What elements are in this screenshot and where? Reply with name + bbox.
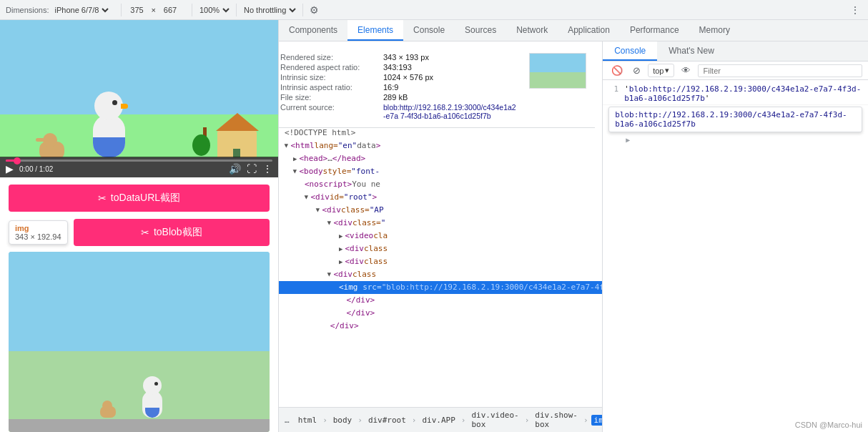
tree-div-root[interactable]: ▶ <div id="root" > — [279, 191, 602, 204]
capture-dataurl-button[interactable]: ✂ toDataURL截图 — [9, 185, 270, 212]
tree-noscript[interactable]: <noscript> You ne — [279, 178, 602, 191]
tab-memory[interactable]: Memory — [689, 20, 740, 41]
tree-video[interactable]: ▶ <video cla — [279, 230, 602, 242]
tab-elements[interactable]: Elements — [347, 20, 403, 41]
sep3 — [236, 4, 237, 16]
popup-label-fs: File size: — [280, 93, 380, 102]
tab-performance[interactable]: Performance — [620, 20, 689, 41]
expand-line: ▶ — [603, 134, 868, 146]
video-container: ▶ 0:00 / 1:02 🔊 ⛶ ⋮ — [0, 20, 278, 177]
head-arrow: ▶ — [293, 152, 297, 165]
capture-blob-button[interactable]: ✂ toBlob截图 — [74, 219, 270, 246]
inner-arrow: ▶ — [323, 221, 336, 225]
play-button[interactable]: ▶ — [6, 163, 14, 175]
tree-body[interactable]: ▶ <body style="font- — [279, 165, 602, 178]
watermark: CSDN @Marco-hui — [795, 421, 862, 429]
block-button[interactable]: ⊘ — [630, 64, 643, 77]
expand-arrow[interactable]: ▶ — [626, 136, 630, 144]
tab-whats-new[interactable]: What's New — [657, 41, 726, 61]
tab-components[interactable]: Components — [279, 20, 347, 41]
height-input[interactable] — [159, 6, 182, 14]
tree-doctype[interactable]: <!DOCTYPE html> — [279, 127, 602, 139]
fullscreen-button[interactable]: ⛶ — [247, 163, 257, 175]
console-output: 1 'blob:http://192.168.2.19:3000/c434e1a… — [603, 80, 868, 259]
tree-div-inner[interactable]: ▶ <div class=" — [279, 217, 602, 230]
console-tabs: Console What's New — [603, 41, 868, 62]
progress-dot — [14, 157, 21, 165]
breadcrumb-html[interactable]: html — [295, 415, 320, 426]
tab-application[interactable]: Application — [558, 20, 620, 41]
scissors-icon-1: ✂ — [98, 192, 107, 204]
breadcrumb-root[interactable]: div#root — [365, 415, 409, 426]
progress-bar[interactable] — [6, 159, 272, 162]
popup-value-rar: 343:193 — [383, 63, 412, 72]
scene-tree — [199, 127, 210, 156]
popup-label-rar: Rendered aspect ratio: — [280, 63, 380, 72]
tree-div-2[interactable]: ▶ <div class — [279, 255, 602, 268]
capture-blob-label: toBlob截图 — [154, 226, 202, 239]
tree-div-app[interactable]: ▶ <div class="AP — [279, 204, 602, 217]
eye-button[interactable]: 👁 — [679, 64, 694, 77]
volume-button[interactable]: 🔊 — [229, 163, 241, 175]
popup-label-rs: Rendered size: — [280, 53, 380, 62]
tree-div-1[interactable]: ▶ <div class — [279, 242, 602, 255]
device-select[interactable]: iPhone 6/7/8 — [52, 5, 111, 15]
tree-close-div1[interactable]: </div> — [279, 294, 602, 307]
doctype-text: <!DOCTYPE html> — [285, 127, 355, 139]
tab-console-sub[interactable]: Console — [603, 41, 657, 61]
breadcrumb-img[interactable]: img — [591, 415, 603, 426]
clear-console-button[interactable]: 🚫 — [608, 64, 626, 77]
breadcrumb-app[interactable]: div.APP — [419, 415, 458, 426]
popup-value-fs: 289 kB — [383, 93, 408, 102]
tab-network[interactable]: Network — [506, 20, 558, 41]
img-tag: img — [15, 224, 61, 232]
html-attrs: lang= — [315, 139, 338, 152]
img-element-text: <img src="blob:http://192.168.2.19:3000/… — [339, 281, 602, 294]
device-section: Dimensions: iPhone 6/7/8 — [6, 5, 111, 15]
html-tag: <html — [290, 139, 314, 152]
zoom-select[interactable]: 100% — [197, 5, 232, 15]
tree-head[interactable]: ▶ <head> … </head> — [279, 152, 602, 165]
tree-html[interactable]: ▶ <html lang="en" data > — [279, 139, 602, 152]
console-text-1: 'blob:http://192.168.2.19:3000/c434e1a2-… — [624, 84, 862, 103]
level-label: top — [653, 67, 664, 75]
preview-road — [9, 419, 270, 432]
tree-img[interactable]: <img src="blob:http://192.168.2.19:3000/… — [279, 281, 602, 294]
dim-x: × — [152, 6, 156, 14]
img-info-popup: Rendered size: 343 × 193 px Rendered asp… — [279, 47, 595, 128]
filter-input[interactable] — [698, 64, 862, 77]
breadcrumb-body[interactable]: body — [330, 415, 355, 426]
width-input[interactable] — [126, 6, 149, 14]
tree-close-div2[interactable]: </div> — [279, 307, 602, 320]
sep4 — [302, 4, 303, 16]
device-settings-icon[interactable]: ⚙ — [307, 3, 322, 17]
html-arrow: ▶ — [280, 144, 293, 147]
level-select[interactable]: top ▾ — [648, 64, 674, 77]
dimensions-label: Dimensions: — [6, 6, 49, 14]
breadcrumb-dots: … — [285, 416, 290, 425]
popup-value-src: blob:http://192.168.2.19:3000/c434e1a2-e… — [383, 103, 516, 120]
video-scene — [0, 20, 278, 177]
popup-row-filesize: File size: 289 kB — [280, 93, 516, 102]
console-toolbar: 🚫 ⊘ top ▾ 👁 — [603, 62, 868, 80]
console-panel: Console What's New 🚫 ⊘ top ▾ 👁 — [603, 41, 868, 432]
tab-sources[interactable]: Sources — [455, 20, 506, 41]
sep1 — [121, 4, 122, 16]
tab-console[interactable]: Console — [403, 20, 455, 41]
div2-arrow: ▶ — [339, 255, 342, 268]
more-options-icon[interactable]: ⋮ — [848, 3, 862, 17]
elements-panel: Rendered size: 343 × 193 px Rendered asp… — [279, 41, 603, 432]
div1-arrow: ▶ — [339, 242, 342, 255]
breadcrumb-showbox[interactable]: div.show-box — [532, 410, 581, 430]
time-label: 0:00 / 1:02 — [19, 165, 53, 173]
tree-div-showbox[interactable]: ▶ <div class — [279, 268, 602, 281]
throttle-select[interactable]: No throttling — [241, 5, 298, 15]
blob-url[interactable]: blob:http://192.168.2.19:3000/c434e1a2-e… — [624, 84, 861, 103]
popup-label-src: Current source: — [280, 103, 380, 120]
tree-close-div3[interactable]: </div> — [279, 320, 602, 333]
watermark-area: CSDN @Marco-hui — [603, 259, 868, 432]
breadcrumb-videobox[interactable]: div.video-box — [468, 410, 521, 430]
more-video-options[interactable]: ⋮ — [262, 163, 272, 175]
popup-content: Rendered size: 343 × 193 px Rendered asp… — [280, 53, 516, 122]
body-arrow: ▶ — [289, 170, 302, 173]
